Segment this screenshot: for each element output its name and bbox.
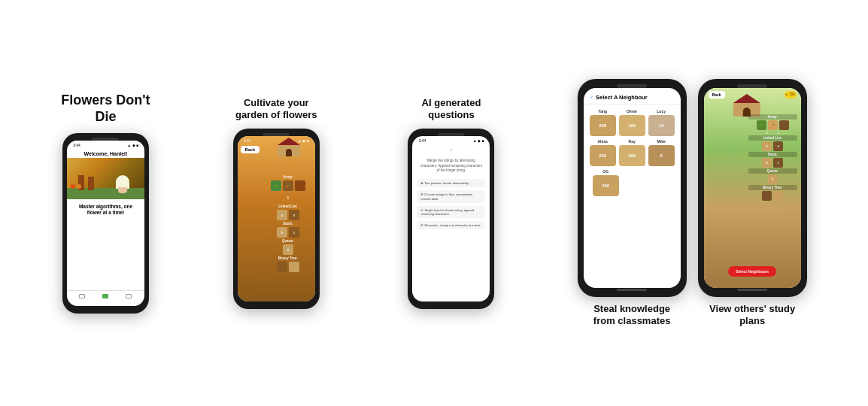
linked-label: Linked List:	[265, 205, 311, 208]
house-icon	[278, 138, 300, 156]
home-icon	[102, 294, 108, 298]
queue-cell-1: 0	[283, 244, 293, 255]
hero-title: Flowers Don't Die	[61, 92, 150, 125]
ray-name: Ray	[629, 139, 636, 144]
study-back-btn[interactable]: Back	[709, 91, 725, 98]
time-1: 3:44	[73, 143, 80, 147]
queue-row: 0	[265, 244, 311, 255]
study-arr-3	[779, 120, 789, 130]
person-alexa[interactable]: Alexa 200	[590, 139, 616, 166]
quiz-title: AI generated questions	[402, 97, 500, 122]
linked-cell-2: 0	[289, 210, 299, 220]
oliver-score: 100	[619, 115, 645, 136]
stack-cell-1: 0	[277, 227, 287, 238]
linked-row: 0 0	[265, 210, 311, 220]
phone-3: 3:44 ▲ ◆ ■ ‹ Merge two strings by altern…	[408, 129, 494, 309]
person-og[interactable]: OG 250	[593, 169, 619, 196]
study-section: Back ●150 Array	[698, 79, 807, 328]
person-mike[interactable]: Mike 0	[648, 139, 675, 166]
bottom-nav-1	[67, 290, 144, 306]
queue-s1: 0	[768, 174, 778, 184]
neighbour-back-icon[interactable]: ‹	[591, 95, 593, 100]
alexa-score: 200	[590, 145, 616, 166]
phone-1: 3:44 ▲ ◆ ■ Welcome, Hanlei! Master algor…	[62, 133, 149, 314]
btree-s1	[762, 191, 772, 201]
coin-display: ●150	[785, 91, 797, 98]
neighbour-title: Select A Neighbour	[596, 94, 648, 101]
house-body	[278, 145, 300, 156]
btree-cell-2	[289, 262, 299, 272]
study-subtitle: View others' study plans	[703, 303, 801, 328]
yang-name: Yang	[598, 109, 607, 114]
stack-s2: 1	[773, 158, 783, 168]
content-icon	[79, 294, 85, 298]
arr-num: 0	[762, 131, 772, 135]
signal-icons-1: ▲ ◆ ■	[127, 143, 138, 147]
tagline-text: Master algorithms, one flower at a time!	[67, 199, 144, 221]
mike-score: 0	[648, 145, 675, 166]
phone-2: 3:44 ▲ ◆ ■ Back Array: 🌿 🥕	[233, 129, 320, 309]
study-array-label: Array:	[748, 114, 797, 120]
phone-4-screen: ‹ Select A Neighbour Yang 200 Oliver 100	[584, 88, 681, 288]
study-data-panel: Array: 🌿 🥕 0 1 Linked List: 0	[748, 114, 797, 201]
study-stack-row: 0 1	[748, 158, 797, 168]
array-row: 🌿 🥕	[265, 180, 311, 191]
garden-section: Cultivate your garden of flowers 3:44 ▲ …	[227, 97, 325, 310]
right-sections: ‹ Select A Neighbour Yang 200 Oliver 100	[578, 79, 807, 328]
back-chevron[interactable]: ‹	[412, 144, 490, 156]
study-queue-label: Queue:	[748, 168, 797, 174]
study-roof	[733, 94, 760, 103]
phone-1-screen: 3:44 ▲ ◆ ■ Welcome, Hanlei! Master algor…	[67, 141, 144, 306]
study-linked-label: Linked List:	[748, 135, 797, 141]
time-3: 3:44	[418, 138, 426, 143]
statusbar-2: 3:44 ▲ ◆ ■	[238, 136, 315, 144]
garden-title: Cultivate your garden of flowers	[227, 97, 325, 122]
btree-row	[265, 262, 311, 272]
study-arr-2: 🥕	[768, 120, 778, 130]
btree-s2	[773, 191, 783, 201]
array-label: Array:	[265, 175, 311, 179]
study-house-icon	[733, 94, 760, 117]
array-cell-1: 🌿	[271, 180, 281, 191]
linked-cell-1: 0	[277, 210, 287, 220]
person-ray[interactable]: Ray 200	[619, 139, 645, 166]
og-score: 250	[593, 175, 619, 196]
btree-cell-1	[277, 262, 287, 272]
person-yang[interactable]: Yang 200	[590, 109, 616, 136]
nav-home[interactable]	[101, 294, 110, 303]
character	[116, 175, 129, 189]
linked-s2: 0	[773, 141, 783, 151]
phone-4: ‹ Select A Neighbour Yang 200 Oliver 100	[578, 79, 687, 297]
person-lucy[interactable]: Lucy 10	[648, 109, 675, 136]
btree-label: Binary Tree:	[265, 256, 311, 260]
array-numbers: 1	[265, 192, 311, 203]
neighbour-row-3: OG 250	[590, 169, 675, 196]
hero-title-line2: Die	[95, 109, 116, 124]
hero-title-line1: Flowers Don't	[61, 92, 150, 108]
option-a[interactable]: A: Two pointers, iterate alternatively.	[417, 179, 485, 187]
neighbour-subtitle: Steal knowledge from classmates	[583, 303, 681, 328]
welcome-text: Welcome, Hanlei!	[67, 148, 144, 158]
neighbour-row-1: Yang 200 Oliver 100 Lucy 10	[590, 109, 675, 136]
study-btree-label: Binary Tree:	[748, 185, 797, 190]
ray-score: 200	[619, 145, 645, 166]
person-oliver[interactable]: Oliver 100	[619, 109, 645, 136]
neighbour-row-2: Alexa 200 Ray 200 Mike 0	[590, 139, 675, 166]
study-stack-label: Stack:	[748, 152, 797, 157]
option-c[interactable]: C: Single loop for shorter string, appen…	[417, 206, 485, 218]
select-neighbours-btn[interactable]: Select Neighbours	[728, 266, 776, 277]
time-2: 3:44	[244, 138, 251, 143]
array-num-1: 1	[283, 192, 293, 203]
data-structure-grid: Array: 🌿 🥕 1 Linked List: 0 0 Stack:	[265, 175, 311, 274]
study-array-nums: 0 1	[748, 131, 797, 135]
nav-setting[interactable]	[124, 294, 133, 303]
nav-content[interactable]	[77, 294, 86, 303]
neighbour-header: ‹ Select A Neighbour	[584, 88, 681, 105]
linked-s1: 0	[762, 141, 772, 151]
arr-num2: 1	[773, 131, 783, 135]
back-button-2[interactable]: Back	[241, 146, 259, 153]
og-name: OG	[602, 169, 609, 174]
option-b[interactable]: B: Convert strings to lists, concatenate…	[417, 190, 485, 202]
option-d[interactable]: D: Recursion, merge one character at a t…	[417, 221, 485, 229]
array-cell-2: 🥕	[283, 180, 293, 191]
